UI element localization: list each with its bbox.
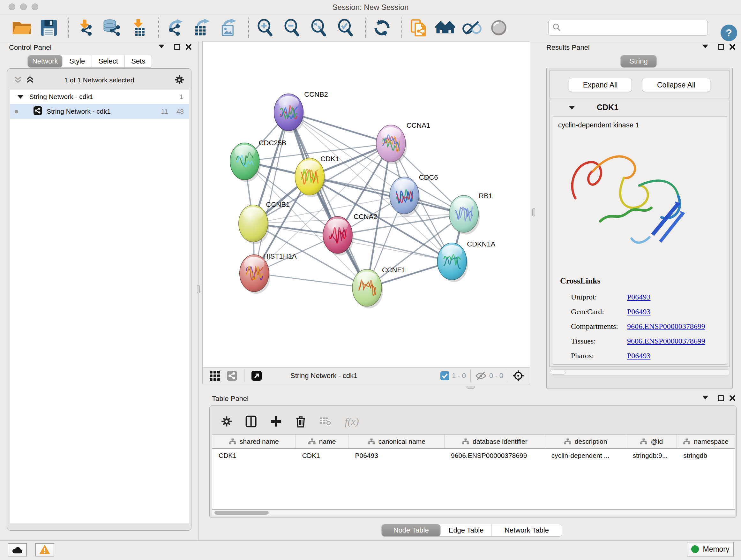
results-panel-menu-button[interactable] [702,44,709,50]
string-home-icon[interactable] [435,18,455,38]
network-node-RB1[interactable]: RB1 [449,192,492,234]
memory-button[interactable]: Memory [687,542,734,557]
import-network-icon[interactable] [75,18,95,38]
results-scrollbar-thumb[interactable] [551,371,565,374]
string-results-box: Expand All Collapse All CDK1 cyclin-depe… [546,68,733,389]
tab-network-table[interactable]: Network Table [492,524,562,537]
crosslink-link[interactable]: P06493 [627,352,650,360]
table-cell[interactable]: CDK1 [296,449,349,462]
network-node-CDKN1A[interactable]: CDKN1A [437,240,495,282]
import-database-icon[interactable] [102,18,122,38]
network-node-CCNA1[interactable]: CCNA1 [376,121,430,164]
column-header--id[interactable]: @id [626,435,677,448]
save-session-icon[interactable] [39,18,59,38]
tab-style[interactable]: Style [63,55,92,67]
fit-selected-crosshair-icon[interactable] [513,370,524,381]
selected-checkbox-icon[interactable] [441,371,449,380]
expand-all-button[interactable]: Expand All [569,78,632,92]
help-button[interactable]: ? [721,24,737,41]
table-cell[interactable]: cyclin-dependent ... [545,449,626,462]
control-panel-float-button[interactable] [174,44,181,52]
network-node-CCNE1[interactable]: CCNE1 [352,266,406,308]
open-session-icon[interactable] [12,18,32,38]
network-view-title: String Network - cdk1 [290,372,357,380]
table-cell[interactable]: P06493 [348,449,445,462]
network-options-gear-icon[interactable] [175,74,184,84]
column-header-canonical-name[interactable]: canonical name [348,435,445,448]
collapse-all-button[interactable]: Collapse All [642,78,711,92]
network-collection-row[interactable]: String Network - cdk1 1 [10,89,189,104]
tab-select[interactable]: Select [92,55,125,67]
cloud-button[interactable] [8,543,27,557]
zoom-out-icon[interactable] [282,18,302,38]
hidden-eye-icon[interactable] [475,371,487,380]
results-panel-close-button[interactable] [729,44,736,52]
tab-node-table[interactable]: Node Table [382,524,441,537]
tab-network[interactable]: Network [28,55,63,67]
network-graph[interactable]: CCNB2 CCNA1 CDC25B CDK1 CDC6 RB1 CCNB1 [203,42,530,367]
table-cell[interactable]: 9606.ENSP00000378699 [445,449,545,462]
add-column-icon[interactable] [270,415,282,428]
network-overview-icon[interactable] [227,371,237,381]
table-panel-close-button[interactable] [729,395,736,403]
show-columns-icon[interactable] [246,415,257,428]
export-view-icon[interactable] [252,371,262,381]
string-import-icon[interactable] [408,18,428,38]
zoom-in-icon[interactable] [255,18,275,38]
network-canvas[interactable]: CCNB2 CCNA1 CDC25B CDK1 CDC6 RB1 CCNB1 [202,42,530,367]
crosslink-row: Uniprot: P06493 [571,290,724,304]
table-cell[interactable]: stringdb [677,449,735,462]
column-header-description[interactable]: description [545,435,626,448]
table-row[interactable]: CDK1CDK1P064939606.ENSP00000378699cyclin… [212,449,735,462]
crosslink-link[interactable]: P06493 [627,293,650,301]
tab-sets[interactable]: Sets [125,55,151,67]
gene-description: cyclin-dependent kinase 1 [558,121,639,129]
control-panel-close-button[interactable] [185,44,192,52]
search-input[interactable] [563,23,704,32]
birds-eye-view-icon[interactable] [210,371,220,381]
bottom-splitter-handle[interactable] [467,386,475,388]
show-panel-icon[interactable] [489,18,509,38]
control-panel-menu-button[interactable] [158,44,165,50]
table-scrollbar[interactable] [212,509,735,516]
crosslink-link[interactable]: 9606.ENSP00000378699 [627,337,705,346]
window-title: Session: New Session [0,3,741,12]
tab-string[interactable]: String [621,55,657,67]
import-table-icon[interactable] [129,18,149,38]
table-scrollbar-thumb[interactable] [214,511,269,515]
refresh-icon[interactable] [372,18,392,38]
export-table-icon[interactable] [192,18,212,38]
table-panel-float-button[interactable] [718,395,724,403]
delete-table-icon[interactable] [320,417,332,426]
crosslink-link[interactable]: 9606.ENSP00000378699 [627,322,705,331]
gene-section-expander-icon[interactable] [569,105,575,111]
results-scrollbar[interactable] [550,369,730,376]
network-row[interactable]: String Network - cdk1 11 48 [10,104,189,119]
export-image-icon[interactable] [219,18,239,38]
warnings-button[interactable] [35,543,54,557]
delete-column-icon[interactable] [295,415,306,428]
network-node-HIST1H1A[interactable]: HIST1H1A [240,252,297,294]
column-header-namespace[interactable]: namespace [677,435,735,448]
function-builder-icon[interactable]: f(x) [345,416,359,428]
table-settings-gear-icon[interactable] [221,416,232,427]
tab-edge-table[interactable]: Edge Table [441,524,491,537]
toolbar-icons [12,17,516,38]
column-header-database-identifier[interactable]: database identifier [445,435,545,448]
network-node-CCNB2[interactable]: CCNB2 [274,90,328,133]
column-header-shared-name[interactable]: shared name [212,435,296,448]
left-splitter-handle[interactable] [197,285,200,294]
right-splitter-handle[interactable] [532,208,535,216]
column-header-name[interactable]: name [296,435,349,448]
crosslink-link[interactable]: P06493 [627,307,650,316]
zoom-selected-icon[interactable] [336,18,355,38]
table-cell[interactable]: stringdb:9... [626,449,677,462]
export-network-icon[interactable] [165,18,185,38]
results-panel-float-button[interactable] [718,44,724,52]
hide-panel-icon[interactable] [462,18,482,38]
table-panel-menu-button[interactable] [702,395,709,401]
table-cell[interactable]: CDK1 [212,449,296,462]
zoom-fit-icon[interactable] [309,18,329,38]
network-edges[interactable] [245,112,464,288]
collection-expander-icon[interactable] [17,93,23,101]
